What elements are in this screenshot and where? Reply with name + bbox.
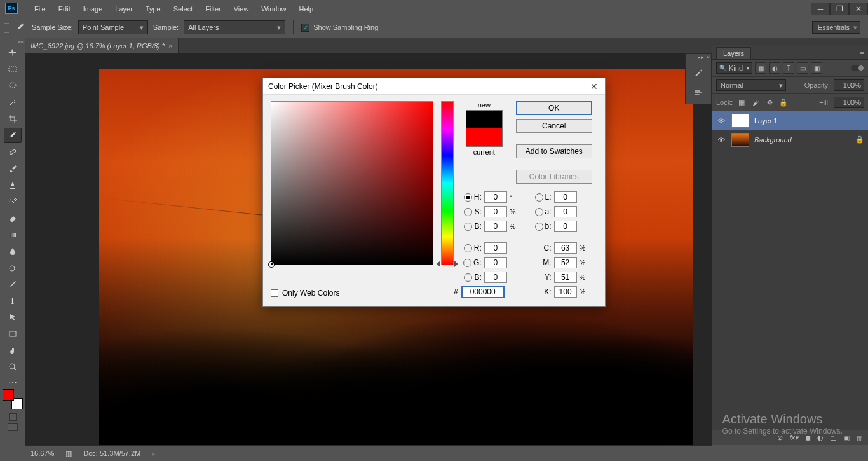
- new-layer-icon[interactable]: ▣: [843, 434, 850, 442]
- bri-radio[interactable]: B:: [459, 222, 482, 231]
- layer-row[interactable]: 👁 Background 🔒: [712, 130, 868, 149]
- menu-view[interactable]: View: [227, 3, 255, 15]
- layer-name[interactable]: Background: [754, 136, 850, 144]
- hex-input[interactable]: [462, 286, 504, 298]
- layer-thumbnail[interactable]: [731, 133, 749, 147]
- filter-adjust-icon[interactable]: ◐: [769, 62, 780, 74]
- filter-toggle[interactable]: [851, 65, 864, 71]
- blend-mode-select[interactable]: Normal: [716, 79, 786, 91]
- hand-tool[interactable]: [4, 343, 22, 358]
- color-cursor[interactable]: [269, 262, 274, 267]
- pen-tool[interactable]: [4, 277, 22, 292]
- ok-button[interactable]: OK: [516, 101, 592, 115]
- shape-tool[interactable]: [4, 326, 22, 341]
- stamp-tool[interactable]: [4, 177, 22, 193]
- dialog-close-button[interactable]: ✕: [588, 81, 600, 92]
- lock-transparency-icon[interactable]: ▦: [736, 97, 747, 107]
- menu-type[interactable]: Type: [139, 3, 167, 15]
- r-input[interactable]: [484, 242, 507, 254]
- show-sampling-ring-checkbox[interactable]: ✓ Show Sampling Ring: [301, 24, 378, 32]
- a-input[interactable]: [554, 206, 577, 217]
- close-tab-icon[interactable]: ×: [168, 42, 172, 50]
- zoom-level[interactable]: 16.67%: [31, 450, 54, 457]
- c-input[interactable]: [554, 242, 577, 254]
- dock-close-icon[interactable]: ×: [707, 54, 710, 62]
- document-tab[interactable]: IMG_8922.jpg @ 16.7% (Layer 1, RGB/8) * …: [25, 38, 179, 53]
- color-libraries-button[interactable]: Color Libraries: [516, 170, 592, 184]
- saturation-value-field[interactable]: [271, 101, 433, 265]
- layers-tab[interactable]: Layers: [716, 47, 751, 59]
- type-tool[interactable]: T: [4, 293, 22, 308]
- blur-tool[interactable]: [4, 244, 22, 259]
- filter-pixel-icon[interactable]: ▦: [755, 62, 766, 74]
- brush-tool[interactable]: [4, 161, 22, 176]
- path-select-tool[interactable]: [4, 310, 22, 325]
- b-input[interactable]: [484, 272, 507, 283]
- visibility-toggle-icon[interactable]: 👁: [716, 117, 726, 125]
- gradient-tool[interactable]: [4, 227, 22, 242]
- bri-input[interactable]: [484, 221, 507, 232]
- marquee-tool[interactable]: [4, 62, 22, 77]
- g-input[interactable]: [484, 257, 507, 268]
- lab-b-radio[interactable]: b:: [529, 222, 552, 231]
- crop-tool[interactable]: [4, 111, 22, 127]
- current-tool-icon[interactable]: [14, 21, 27, 34]
- eraser-tool[interactable]: [4, 210, 22, 226]
- move-tool[interactable]: [4, 45, 22, 60]
- y-input[interactable]: [554, 272, 577, 283]
- tools-expand-icon[interactable]: ▸▸: [0, 38, 25, 45]
- lock-all-icon[interactable]: 🔒: [778, 97, 789, 107]
- g-radio[interactable]: G:: [459, 258, 482, 267]
- delete-layer-icon[interactable]: 🗑: [856, 434, 863, 442]
- visibility-toggle-icon[interactable]: 👁: [716, 136, 726, 144]
- layer-row[interactable]: 👁 Layer 1: [712, 111, 868, 130]
- heal-tool[interactable]: [4, 144, 22, 160]
- only-web-colors-checkbox[interactable]: Only Web Colors: [271, 289, 339, 298]
- a-radio[interactable]: a:: [529, 207, 552, 216]
- b-radio[interactable]: B:: [459, 273, 482, 282]
- m-input[interactable]: [554, 257, 577, 268]
- window-restore-button[interactable]: ❐: [830, 3, 849, 15]
- opacity-input[interactable]: 100%: [834, 79, 864, 91]
- layer-thumbnail[interactable]: [731, 114, 749, 128]
- workspace-switcher[interactable]: Essentials: [812, 21, 860, 34]
- filter-kind-select[interactable]: 🔍Kind▾: [716, 62, 752, 74]
- filter-shape-icon[interactable]: ▭: [797, 62, 808, 74]
- brush-presets-panel-icon[interactable]: [687, 83, 710, 102]
- lab-b-input[interactable]: [554, 221, 577, 232]
- lasso-tool[interactable]: [4, 78, 22, 93]
- status-preview-icon[interactable]: ▥: [65, 450, 72, 458]
- status-arrow-icon[interactable]: ▸: [152, 450, 156, 458]
- fill-input[interactable]: 100%: [834, 97, 864, 108]
- foreground-color-swatch[interactable]: [3, 389, 14, 401]
- cancel-button[interactable]: Cancel: [516, 119, 592, 133]
- menu-window[interactable]: Window: [255, 3, 292, 15]
- hue-slider[interactable]: [441, 101, 454, 265]
- add-to-swatches-button[interactable]: Add to Swatches: [516, 144, 592, 158]
- layer-name[interactable]: Layer 1: [754, 117, 864, 125]
- window-minimize-button[interactable]: ─: [811, 3, 830, 15]
- dialog-titlebar[interactable]: Color Picker (Mixer Brush Color) ✕: [263, 78, 605, 95]
- menu-filter[interactable]: Filter: [199, 3, 227, 15]
- filter-type-icon[interactable]: T: [783, 62, 794, 74]
- filter-smart-icon[interactable]: ▣: [811, 62, 822, 74]
- lock-pixels-icon[interactable]: 🖌: [750, 97, 761, 107]
- foreground-background-swatch[interactable]: [3, 389, 23, 409]
- panel-menu-icon[interactable]: ≡: [857, 48, 868, 59]
- sample-select[interactable]: All Layers: [184, 20, 285, 34]
- brush-panel-icon[interactable]: [687, 63, 710, 82]
- sat-radio[interactable]: S:: [459, 207, 482, 216]
- menu-select[interactable]: Select: [167, 3, 200, 15]
- r-radio[interactable]: R:: [459, 244, 482, 252]
- menu-layer[interactable]: Layer: [109, 3, 139, 15]
- quickmask-toggle[interactable]: [9, 413, 17, 421]
- l-radio[interactable]: L:: [529, 193, 552, 202]
- sample-size-select[interactable]: Point Sample: [78, 20, 148, 34]
- hue-input[interactable]: [484, 191, 507, 203]
- sat-input[interactable]: [484, 206, 507, 217]
- menu-image[interactable]: Image: [77, 3, 109, 15]
- window-close-button[interactable]: ✕: [849, 3, 868, 15]
- history-brush-tool[interactable]: [4, 194, 22, 209]
- dock-collapse-icon[interactable]: ▸▸: [698, 54, 704, 62]
- zoom-tool[interactable]: [4, 359, 22, 375]
